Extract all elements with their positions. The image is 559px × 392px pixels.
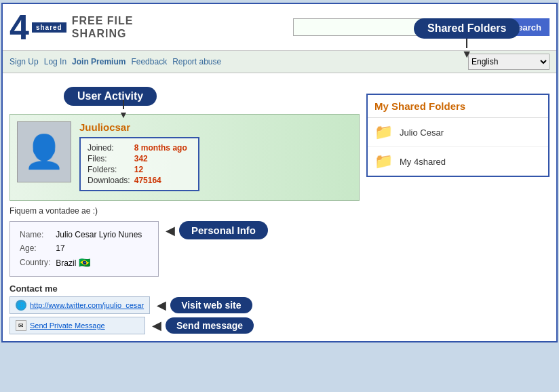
folders-label: Folders: [88,164,134,175]
country-row: Country: Brazil 🇧🇷 [20,256,146,269]
right-panel: My Shared Folders 📁 Julio Cesar 📁 My 4sh… [366,73,556,341]
logo-shared-badge: shared [32,22,66,33]
shared-folders-badge: Shared Folders [414,18,520,39]
nav-report-abuse[interactable]: Report abuse [172,57,221,66]
personal-info-arrow: ◀ [166,223,175,238]
personal-info-badge: Personal Info [179,221,268,239]
nav-login[interactable]: Log In [44,57,66,66]
left-panel: User Activity ▼ 👤 Juuliocsar [3,73,366,341]
sf-badge-connector [466,39,467,48]
visit-website-badge: Visit web site [170,297,252,313]
nav-join-premium[interactable]: Join Premium [72,57,126,66]
folder-name-0: Julio Cesar [400,128,444,138]
name-label: Name: [20,229,54,241]
folder-name-1: My 4shared [400,157,446,167]
my-shared-folders-title: My Shared Folders [368,95,548,118]
stat-row-downloads: Downloads: 475164 [88,175,191,186]
profile-card: ▼ 👤 Juuliocsar Joined: 8 months ago [9,114,360,201]
logo-line1: FREE FILE [72,14,134,27]
send-message-badge: Send message [166,317,254,334]
brazil-flag-icon: 🇧🇷 [79,257,90,268]
my-shared-folders-box: My Shared Folders 📁 Julio Cesar 📁 My 4sh… [366,94,550,177]
website-link-box: 🌐 http://www.twitter.com/juulio_cesar [9,296,150,314]
logo: 4 shared FREE FILE SHARING [9,9,134,45]
username: Juuliocsar [79,121,352,133]
age-value: 17 [56,242,146,254]
joined-value: 8 months ago [134,142,191,153]
user-activity-badge: User Activity [64,87,157,106]
country-label: Country: [20,256,54,269]
folder-item-1[interactable]: 📁 My 4shared [368,147,548,176]
name-row: Name: Julio Cesar Lyrio Nunes [20,229,146,241]
stat-row-folders: Folders: 12 [88,164,191,175]
website-arrow: ◀ [157,298,166,313]
contact-title: Contact me [9,283,360,294]
personal-info-section: Name: Julio Cesar Lyrio Nunes Age: 17 Co… [9,221,360,277]
stat-row-joined: Joined: 8 months ago [88,142,191,153]
folders-value: 12 [134,164,191,175]
folder-item-0[interactable]: 📁 Julio Cesar [368,118,548,147]
stats-box: Joined: 8 months ago Files: 342 Folders:… [79,137,199,191]
nav-feedback[interactable]: Feedback [131,57,167,66]
website-row: 🌐 http://www.twitter.com/juulio_cesar ◀ … [9,296,360,314]
contact-section: Contact me 🌐 http://www.twitter.com/juul… [9,283,360,334]
files-value: 342 [134,153,191,164]
website-link[interactable]: http://www.twitter.com/juulio_cesar [30,301,144,309]
files-label: Files: [88,153,134,164]
globe-icon: 🌐 [16,300,26,311]
message-link-box: ✉ Send Private Message [9,317,145,334]
age-row: Age: 17 [20,242,146,254]
main-content: User Activity ▼ 👤 Juuliocsar [3,73,556,341]
folder-icon-0: 📁 [374,123,393,141]
country-value: Brazil 🇧🇷 [56,256,146,269]
downloads-value: 475164 [134,175,191,186]
message-icon: ✉ [16,320,26,331]
logo-line2: SHARING [72,27,134,40]
logo-number: 4 [9,9,29,45]
message-arrow: ◀ [152,318,161,333]
stat-row-files: Files: 342 [88,153,191,164]
bio-text: Fiquem a vontadee ae :) [9,206,360,216]
personal-info-box: Name: Julio Cesar Lyrio Nunes Age: 17 Co… [9,221,159,277]
name-value: Julio Cesar Lyrio Nunes [56,229,146,241]
navbar: Sign Up Log In Join Premium Feedback Rep… [3,51,556,73]
nav-signup[interactable]: Sign Up [9,57,39,66]
age-label: Age: [20,242,54,254]
nav-links: Sign Up Log In Join Premium Feedback Rep… [9,57,221,66]
folder-icon-1: 📁 [374,153,393,170]
personal-info-table: Name: Julio Cesar Lyrio Nunes Age: 17 Co… [18,227,147,271]
avatar-icon: 👤 [24,133,64,171]
message-row: ✉ Send Private Message ◀ Send message [9,317,360,334]
downloads-label: Downloads: [88,175,134,186]
profile-info: Juuliocsar Joined: 8 months ago Files: 3… [79,121,352,193]
contact-links-area: 🌐 http://www.twitter.com/juulio_cesar ◀ … [9,296,360,334]
logo-shared-badge-wrap: shared [32,22,66,33]
stats-table: Joined: 8 months ago Files: 342 Folders:… [88,142,191,186]
send-message-link[interactable]: Send Private Message [30,321,105,330]
logo-text: FREE FILE SHARING [72,14,134,40]
avatar: 👤 [17,121,71,182]
joined-label: Joined: [88,142,134,153]
